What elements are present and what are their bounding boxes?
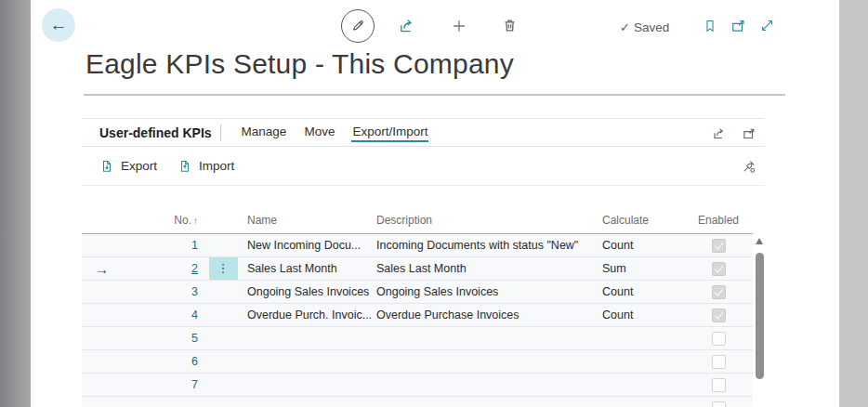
no-link[interactable]: 6	[191, 355, 198, 368]
column-header-enabled[interactable]: Enabled	[684, 214, 753, 227]
enabled-cell	[684, 239, 753, 253]
calculate-cell[interactable]: Count	[595, 239, 684, 252]
page-title: Eagle KPIs Setup - This Company	[85, 48, 514, 80]
calculate-cell[interactable]: Sum	[595, 262, 684, 275]
name-cell[interactable]: Ongoing Sales Invoices	[243, 285, 375, 298]
name-cell[interactable]: New Incoming Docu...	[243, 239, 375, 252]
table-row[interactable]: → 6 ⋮	[82, 350, 753, 374]
enabled-cell	[684, 309, 753, 322]
enabled-checkbox[interactable]	[712, 239, 726, 253]
table-row[interactable]: → 2 ⋮ Sales Last Month Sales Last Month …	[82, 257, 753, 281]
back-button[interactable]: ←	[42, 8, 75, 42]
table-row[interactable]: → 4 ⋮ Overdue Purch. Invoic... Overdue P…	[82, 304, 753, 327]
enabled-checkbox[interactable]	[712, 401, 726, 407]
export-label: Export	[121, 159, 157, 173]
description-cell[interactable]: Sales Last Month	[375, 262, 595, 275]
new-button[interactable]	[450, 17, 468, 35]
no-cell: 1	[121, 239, 203, 252]
no-cell: 2	[121, 262, 203, 275]
save-status: ✓ Saved	[620, 19, 669, 35]
row-indicator-cell: →	[82, 261, 121, 277]
table-row[interactable]: → 3 ⋮ Ongoing Sales Invoices Ongoing Sal…	[82, 281, 753, 304]
background-dim-left	[0, 0, 31, 407]
back-arrow-icon: ←	[50, 15, 68, 35]
page: ←	[0, 0, 868, 407]
menu-item-export-import[interactable]: Export/Import	[351, 123, 428, 142]
column-header-description[interactable]: Description	[375, 214, 595, 227]
enabled-cell	[684, 332, 753, 346]
enabled-cell	[684, 355, 753, 369]
calculate-cell[interactable]: Count	[595, 285, 684, 298]
saved-label: Saved	[634, 20, 669, 34]
part-toolbar: Export Import	[82, 147, 765, 186]
name-cell[interactable]: Sales Last Month	[243, 262, 375, 275]
description-cell[interactable]: Ongoing Sales Invoices	[375, 285, 595, 298]
no-link[interactable]: 3	[191, 285, 198, 298]
enabled-cell	[684, 262, 753, 276]
enabled-checkbox[interactable]	[712, 355, 726, 369]
enabled-checkbox[interactable]	[712, 262, 726, 276]
no-link[interactable]: 7	[191, 378, 198, 391]
row-options-cell: ⋮	[203, 257, 243, 280]
no-cell: 4	[121, 309, 203, 322]
plus-icon	[451, 18, 467, 34]
enabled-cell	[684, 285, 753, 299]
vertical-scrollbar	[756, 235, 765, 407]
table-header: No.↑ Name Description Calculate Enabled	[82, 206, 753, 234]
menu-item-manage[interactable]: Manage	[241, 123, 288, 142]
import-button[interactable]: Import	[178, 159, 234, 174]
table-row[interactable]: → 1 ⋮ New Incoming Docu... Incoming Docu…	[82, 234, 753, 257]
expand-button[interactable]	[758, 17, 776, 34]
unpin-button[interactable]	[740, 158, 756, 175]
bookmark-button[interactable]	[701, 17, 718, 35]
part-title: User-defined KPIs	[99, 125, 212, 140]
description-cell[interactable]: Overdue Purchase Invoices	[375, 309, 595, 322]
part-share-button[interactable]	[712, 126, 727, 141]
no-header-label: No.	[174, 214, 191, 227]
table-row[interactable]: → ⋮	[82, 397, 753, 407]
sort-ascending-icon: ↑	[193, 216, 198, 226]
name-cell[interactable]: Overdue Purch. Invoic...	[243, 309, 375, 322]
table-row[interactable]: → 7 ⋮	[82, 374, 753, 397]
popout-icon	[730, 18, 747, 34]
share-button[interactable]	[398, 17, 416, 35]
no-link[interactable]: 4	[191, 309, 198, 322]
enabled-checkbox[interactable]	[712, 309, 726, 322]
title-divider	[84, 94, 785, 96]
scrollbar-thumb[interactable]	[756, 253, 764, 379]
row-ellipsis-menu-icon[interactable]: ⋮	[209, 257, 238, 280]
edit-button[interactable]	[341, 9, 375, 43]
export-button[interactable]: Export	[99, 159, 157, 174]
description-cell[interactable]: Incoming Documents with status "New"	[375, 239, 595, 252]
selected-row-arrow-icon: →	[82, 261, 109, 277]
pin-icon	[741, 159, 756, 175]
part-menu: Manage Move Export/Import	[241, 123, 429, 142]
table-body: → 1 ⋮ New Incoming Docu... Incoming Docu…	[82, 234, 765, 407]
open-in-window-button[interactable]	[729, 18, 747, 34]
menu-item-move[interactable]: Move	[303, 123, 335, 142]
no-link[interactable]: 1	[191, 239, 198, 252]
no-link[interactable]: 2	[191, 262, 198, 275]
toolbar-gap	[82, 186, 765, 206]
enabled-checkbox[interactable]	[712, 378, 726, 392]
no-link[interactable]: 5	[191, 332, 198, 345]
import-label: Import	[199, 159, 234, 173]
import-file-icon	[178, 159, 192, 174]
calculate-cell[interactable]: Count	[595, 309, 684, 322]
popout-icon	[742, 126, 756, 141]
enabled-checkbox[interactable]	[712, 285, 726, 299]
expand-arrows-icon	[759, 18, 775, 33]
header-divider	[220, 125, 221, 141]
scroll-up-arrow-icon[interactable]	[756, 238, 763, 244]
part-popout-button[interactable]	[742, 126, 756, 141]
column-header-name[interactable]: Name	[243, 214, 375, 227]
bookmark-icon	[703, 18, 717, 34]
part-header: User-defined KPIs Manage Move Export/Imp…	[82, 118, 765, 147]
delete-button[interactable]	[500, 16, 519, 34]
column-header-no[interactable]: No.↑	[121, 214, 203, 227]
enabled-checkbox[interactable]	[712, 332, 726, 346]
column-header-calculate[interactable]: Calculate	[595, 214, 684, 227]
user-defined-kpis-part: User-defined KPIs Manage Move Export/Imp…	[82, 118, 765, 407]
table-row[interactable]: → 5 ⋮	[82, 327, 753, 350]
saved-check-icon: ✓	[620, 20, 630, 34]
